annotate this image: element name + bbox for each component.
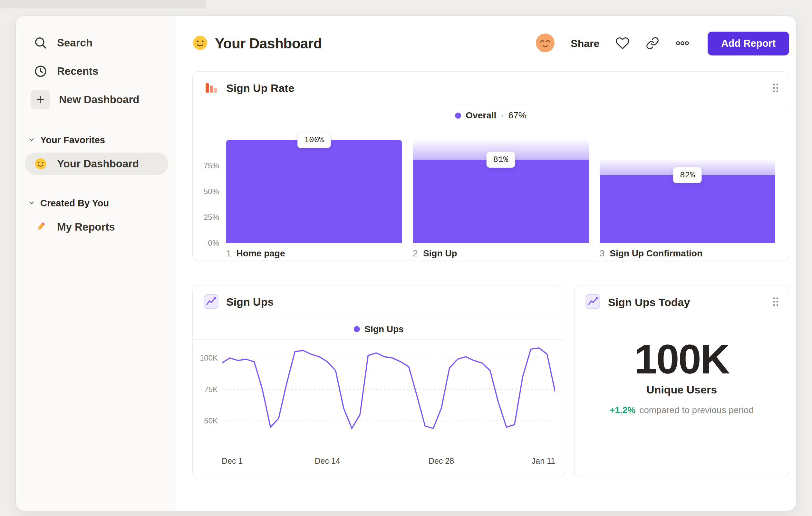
funnel-bar[interactable] (226, 140, 402, 243)
sidebar-item-my-reports[interactable]: My Reports (25, 216, 168, 238)
clock-icon (33, 64, 48, 79)
funnel-y-axis: 0%25%50%75% (199, 127, 219, 243)
legend-separator: · (501, 110, 504, 120)
funnel-step-sign-up: 81% 2 Sign Up (413, 127, 588, 259)
y-axis-tick: 75K (204, 385, 218, 394)
sidebar-item-label: New Dashboard (59, 93, 139, 106)
chevron-down-icon (28, 135, 35, 145)
x-axis-tick: Dec 14 (315, 456, 340, 466)
conversion-chip: 100% (297, 132, 330, 148)
conversion-chip: 81% (487, 152, 515, 168)
legend-series-name: Overall (466, 110, 496, 120)
funnel-bar[interactable] (413, 160, 588, 243)
app-window: Search Recents New Dashboard Your Favori… (16, 16, 796, 511)
line-chart-icon (204, 294, 219, 310)
card-title: Sign Ups (226, 296, 273, 308)
x-axis-tick: Jan 11 (532, 456, 555, 466)
sign-ups-card: Sign Ups Sign Ups 100K75K50K Dec 1Dec 14… (192, 285, 565, 477)
sign-ups-today-card: Sign Ups Today 100K Unique Users +1.2%co… (574, 285, 789, 477)
metric-delta: +1.2%compared to previous period (610, 405, 754, 415)
x-axis-tick: Dec 28 (429, 456, 454, 466)
line-legend: Sign Ups (193, 319, 565, 340)
section-created-by-you: Created By You My Reports (25, 193, 168, 238)
main-content: Your Dashboard Share (176, 16, 796, 511)
section-title: Created By You (40, 198, 109, 209)
dashboard-header: Your Dashboard Share (192, 29, 789, 58)
y-axis-tick: 100K (200, 353, 218, 362)
delta-value: +1.2% (610, 405, 635, 415)
section-title: Your Favorites (40, 135, 105, 145)
funnel-chart: 0%25%50%75% 100% 1 Home page (193, 126, 789, 259)
line-y-axis: 100K75K50K (200, 344, 222, 450)
legend-series-name: Sign Ups (365, 324, 403, 334)
plus-icon (31, 90, 50, 109)
y-axis-tick: 50% (204, 187, 219, 196)
conversion-chip: 82% (673, 167, 702, 183)
y-axis-tick: 0% (208, 239, 219, 248)
add-report-button[interactable]: Add Report (707, 32, 789, 55)
smiley-icon (33, 156, 48, 171)
y-axis-tick: 50K (204, 416, 218, 425)
smiley-icon (192, 35, 208, 52)
card-header: Sign Ups Today (575, 286, 789, 319)
ellipsis-icon (675, 36, 690, 51)
drag-handle[interactable] (772, 82, 780, 94)
dashboard-row-2: Sign Ups Sign Ups 100K75K50K Dec 1Dec 14… (192, 285, 789, 477)
section-header-your-favorites[interactable]: Your Favorites (25, 130, 168, 150)
funnel-step-sign-up-confirmation: 82% 3 Sign Up Confirmation (600, 127, 775, 259)
link-icon (646, 36, 659, 51)
step-label: 2 Sign Up (413, 248, 588, 259)
chevron-down-icon (28, 198, 35, 209)
legend-dot (354, 326, 360, 332)
legend-overall-value: 67% (509, 110, 526, 120)
funnel-bar[interactable] (600, 175, 775, 243)
line-x-axis: Dec 1Dec 14Dec 28Jan 11 (222, 453, 555, 469)
title-group: Your Dashboard (192, 35, 322, 52)
favorite-heart-button[interactable] (615, 36, 630, 51)
funnel-step-home-page: 100% 1 Home page (226, 127, 402, 259)
background-window-edge (0, 0, 206, 8)
section-your-favorites: Your Favorites Your Dashboard (25, 130, 168, 175)
card-title: Sign Ups Today (608, 296, 690, 309)
y-axis-tick: 25% (204, 213, 219, 222)
sidebar-item-label: Your Dashboard (57, 158, 139, 170)
step-label: 3 Sign Up Confirmation (600, 248, 775, 259)
header-actions: Share Add Report (536, 32, 789, 55)
sidebar-item-your-dashboard[interactable]: Your Dashboard (25, 153, 168, 175)
share-button[interactable]: Share (571, 38, 599, 50)
sign-ups-plot[interactable] (222, 344, 555, 450)
funnel-legend: Overall · 67% (193, 105, 789, 126)
sidebar-item-label: Search (57, 37, 92, 49)
y-axis-tick: 75% (204, 161, 219, 170)
drag-handle[interactable] (772, 296, 780, 308)
sidebar-item-label: My Reports (57, 221, 115, 233)
line-chart: 100K75K50K (193, 340, 565, 450)
sidebar-item-new-dashboard[interactable]: New Dashboard (25, 85, 168, 114)
sidebar-item-recents[interactable]: Recents (25, 57, 168, 85)
copy-link-button[interactable] (646, 36, 659, 51)
sidebar-item-search[interactable]: Search (25, 29, 168, 57)
sidebar: Search Recents New Dashboard Your Favori… (16, 16, 176, 511)
search-icon (33, 35, 48, 50)
legend-dot (455, 113, 461, 119)
sidebar-item-label: Recents (57, 65, 98, 77)
card-header: Sign Ups (193, 286, 565, 319)
line-chart-icon (585, 294, 600, 310)
metric-label: Unique Users (646, 383, 717, 396)
card-title: Sign Up Rate (226, 82, 294, 94)
delta-comparison-text: compared to previous period (639, 405, 754, 415)
metric-body: 100K Unique Users +1.2%compared to previ… (575, 319, 789, 415)
page-title: Your Dashboard (215, 35, 322, 52)
x-axis-tick: Dec 1 (222, 456, 243, 466)
pencil-icon (33, 220, 48, 235)
sign-up-rate-card: Sign Up Rate Overall · 67% 0%25%50%75% (192, 71, 789, 261)
step-label: 1 Home page (226, 248, 402, 259)
more-options-button[interactable] (675, 36, 690, 51)
section-header-created-by-you[interactable]: Created By You (25, 193, 168, 213)
funnel-chart-icon (204, 80, 219, 97)
avatar[interactable] (536, 33, 555, 54)
card-header: Sign Up Rate (193, 72, 789, 105)
heart-icon (615, 36, 630, 51)
metric-value: 100K (634, 338, 729, 381)
funnel-bars: 100% 1 Home page 81 (226, 127, 775, 259)
